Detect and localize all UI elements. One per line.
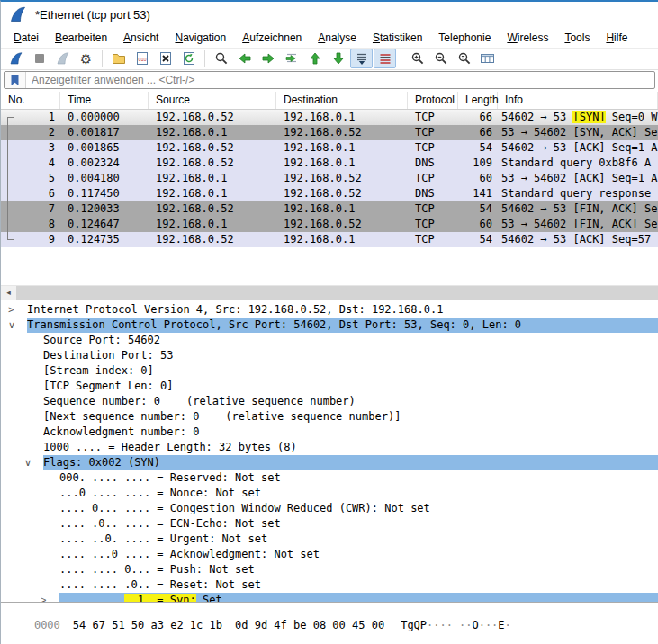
detail-line-nonce[interactable]: ...0 .... .... = Nonce: Not set [1,486,658,501]
menu-wireless[interactable]: Wireless [499,29,556,47]
scrollbar-thumb[interactable] [16,286,658,300]
conversation-bracket [7,201,8,217]
detail-line-stream-index[interactable]: [Stream index: 0] [1,363,658,379]
go-back-button[interactable] [233,49,256,68]
column-header-source[interactable]: Source [149,92,276,109]
packet-row-9[interactable]: 9 0.124735 192.168.0.52 192.168.0.1 TCP … [1,232,658,247]
packet-row-4[interactable]: 4 0.002324 192.168.0.52 192.168.0.1 DNS … [1,156,658,171]
conversation-bracket [7,156,8,171]
menu-bearbeiten[interactable]: Bearbeiten [47,29,115,47]
restart-capture-button[interactable] [51,49,74,68]
go-to-packet-button[interactable] [280,49,302,68]
reload-icon [182,51,196,66]
display-filter-input[interactable]: Anzeigefilter anwenden ... <Ctrl-/> [4,71,655,89]
expander-icon[interactable]: > [6,302,27,318]
menu-aufzeichnen[interactable]: Aufzeichnen [234,29,310,47]
menu-statistiken[interactable]: Statistiken [365,29,430,47]
collapse-icon[interactable]: ∨ [6,318,27,333]
column-header-protocol[interactable]: Protocol [408,92,458,109]
packet-row-1[interactable]: 1 0.000000 192.168.0.52 192.168.0.1 TCP … [1,110,658,125]
menu-tools[interactable]: Tools [556,29,598,47]
column-header-destination[interactable]: Destination [276,92,408,109]
zoom-in-icon [410,51,425,66]
magnifier-icon [214,51,229,66]
detail-line-dst-port[interactable]: Destination Port: 53 [1,348,658,363]
start-capture-button[interactable] [5,49,27,68]
conversation-bracket [7,140,8,156]
filter-bookmark-button[interactable] [5,72,26,88]
menu-datei[interactable]: Datei [5,29,47,47]
menu-hilfe[interactable]: Hilfe [598,29,635,47]
menu-ansicht[interactable]: Ansicht [115,29,167,47]
detail-line-segment-len[interactable]: [TCP Segment Len: 0] [1,379,658,394]
resize-columns-button[interactable] [476,49,499,68]
detail-line-push[interactable]: .... .... 0... = Push: Not set [1,562,658,577]
column-header-info[interactable]: Info [498,92,658,109]
detail-line-ipv4[interactable]: >Internet Protocol Version 4, Src: 192.1… [1,302,658,318]
go-first-packet-button[interactable] [303,49,326,68]
detail-line-src-port[interactable]: Source Port: 54602 [1,333,658,348]
detail-line-flags[interactable]: ∨Flags: 0x002 (SYN) [1,455,658,470]
expander-icon[interactable]: > [39,593,59,602]
detail-line-reset[interactable]: .... .... .0.. = Reset: Not set [1,577,658,593]
save-file-button[interactable]: 010 [131,49,153,68]
packet-row-2[interactable]: 2 0.001817 192.168.0.1 192.168.0.52 TCP … [1,125,658,140]
stop-capture-button[interactable] [28,49,50,68]
search-match-highlight: [SYN] [572,111,605,123]
zoom-out-button[interactable] [429,49,452,68]
go-last-packet-button[interactable] [327,49,349,68]
hex-bytes[interactable]: 54 67 51 50 a3 e2 1c 1b [73,619,222,631]
conversation-bracket [7,125,8,140]
open-file-button[interactable] [107,49,130,68]
conversation-bracket [7,117,14,125]
detail-line-reserved[interactable]: 000. .... .... = Reserved: Not set [1,470,658,486]
detail-line-ack-flag[interactable]: .... ...0 .... = Acknowledgment: Not set [1,547,658,562]
capture-options-button[interactable]: ⚙ [75,49,97,68]
auto-scroll-icon [355,51,369,66]
detail-line-ecn[interactable]: .... .0.. .... = ECN-Echo: Not set [1,516,658,532]
detail-line-seq-number[interactable]: Sequence number: 0 (relative sequence nu… [1,394,658,409]
arrow-right-icon [261,51,275,66]
zoom-in-button[interactable] [406,49,428,68]
hex-bytes[interactable]: 0d 9d 4f be 08 00 45 00 [235,619,384,631]
menu-navigation[interactable]: Navigation [167,29,234,47]
detail-line-header-length[interactable]: 1000 .... = Header Length: 32 bytes (8) [1,440,658,455]
close-file-button[interactable] [154,49,176,68]
resize-columns-icon [480,51,495,66]
detail-line-urgent[interactable]: .... ..0. .... = Urgent: Not set [1,532,658,547]
restart-fin-icon [56,51,70,66]
menu-analyse[interactable]: Analyse [310,29,365,47]
detail-line-syn[interactable]: >.... .... ..1. = Syn: Set [1,593,658,602]
packet-row-7[interactable]: 7 0.120033 192.168.0.52 192.168.0.1 TCP … [1,201,658,217]
scroll-left-arrow[interactable]: ◂ [1,286,16,300]
colorize-toggle[interactable] [374,49,396,68]
collapse-icon[interactable]: ∨ [23,455,43,470]
detail-line-cwr[interactable]: .... 0... .... = Congestion Window Reduc… [1,501,658,516]
menu-telephonie[interactable]: Telephonie [430,29,499,47]
column-header-length[interactable]: Length [458,92,498,109]
auto-scroll-toggle[interactable] [350,49,373,68]
toolbar-separator [204,50,205,67]
detail-line-tcp[interactable]: ∨Transmission Control Protocol, Src Port… [1,318,658,333]
go-forward-button[interactable] [257,49,279,68]
find-packet-button[interactable] [210,49,232,68]
reload-file-button[interactable] [177,49,200,68]
packet-row-8[interactable]: 8 0.124647 192.168.0.1 192.168.0.52 TCP … [1,217,658,232]
wireshark-window: *Ethernet (tcp port 53) Datei Bearbeiten… [0,0,658,644]
zoom-original-icon [457,51,472,66]
column-header-no[interactable]: No. [1,92,60,109]
detail-line-ack-number[interactable]: Acknowledgment number: 0 [1,425,658,440]
shark-fin-icon [9,51,23,66]
column-header-time[interactable]: Time [60,92,149,109]
detail-line-next-seq[interactable]: [Next sequence number: 0 (relative seque… [1,409,658,425]
filter-bar: Anzeigefilter anwenden ... <Ctrl-/> [1,70,658,92]
horizontal-scrollbar[interactable]: ◂ [1,285,658,300]
hex-dump-pane[interactable]: 000054 67 51 50 a3 e2 1c 1b0d 9d 4f be 0… [1,602,658,644]
search-match-highlight: ..1. = Syn: [124,594,195,602]
main-toolbar: ⚙ 010 [1,48,658,70]
packet-row-5[interactable]: 5 0.004180 192.168.0.1 192.168.0.52 TCP … [1,171,658,186]
packet-row-6[interactable]: 6 0.117450 192.168.0.1 192.168.0.52 DNS … [1,186,658,201]
packet-row-3[interactable]: 3 0.001865 192.168.0.52 192.168.0.1 TCP … [1,140,658,156]
gear-icon: ⚙ [80,52,92,66]
zoom-original-button[interactable] [453,49,475,68]
